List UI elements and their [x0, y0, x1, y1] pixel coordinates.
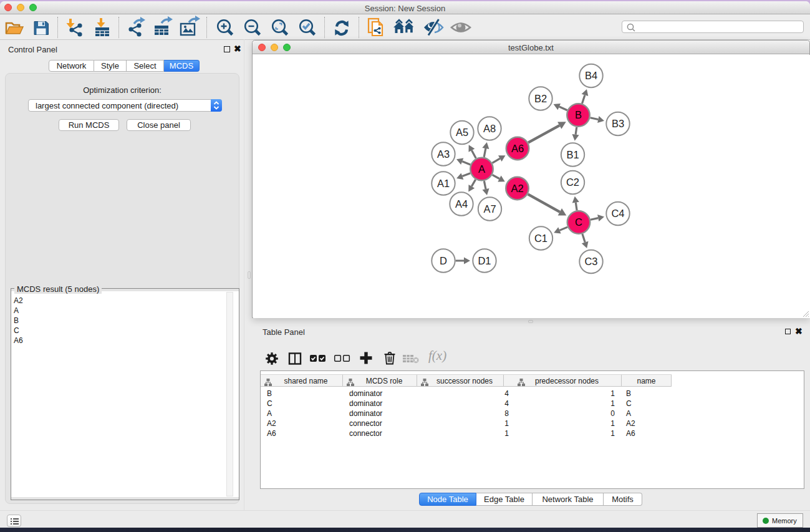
svg-text:A2: A2	[511, 183, 523, 194]
svg-text:A6: A6	[511, 143, 524, 154]
svg-text:C2: C2	[566, 177, 579, 188]
svg-text:B2: B2	[534, 93, 547, 104]
svg-text:D: D	[440, 255, 447, 266]
svg-text:D1: D1	[478, 255, 491, 266]
svg-text:B3: B3	[612, 118, 624, 129]
svg-text:A: A	[478, 163, 485, 175]
svg-text:A7: A7	[483, 203, 496, 215]
svg-text:C1: C1	[534, 233, 547, 244]
svg-text:B: B	[575, 109, 582, 120]
svg-text:C4: C4	[611, 208, 624, 219]
svg-text:C3: C3	[584, 256, 597, 267]
svg-text:B1: B1	[566, 149, 579, 160]
svg-text:C: C	[575, 216, 582, 228]
svg-text:A3: A3	[437, 148, 450, 160]
svg-text:B4: B4	[585, 70, 597, 81]
svg-text:A8: A8	[483, 123, 496, 134]
svg-text:A1: A1	[437, 178, 450, 189]
svg-text:A4: A4	[455, 198, 468, 210]
svg-text:A5: A5	[456, 127, 468, 138]
